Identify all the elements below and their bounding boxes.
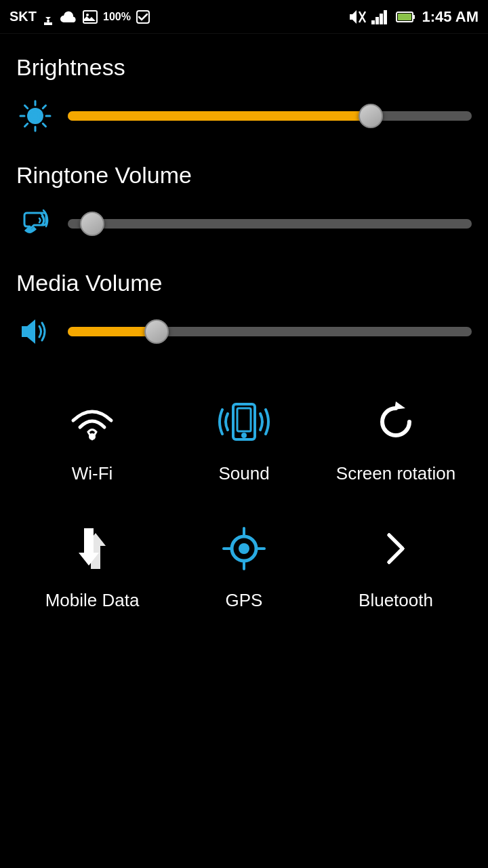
status-bar: SKT 100% 1:45 AM	[0, 0, 488, 34]
image-icon	[83, 10, 98, 24]
svg-rect-6	[371, 20, 375, 24]
main-content: Brightness	[0, 34, 488, 638]
svg-point-23	[33, 113, 38, 119]
media-slider[interactable]	[68, 318, 472, 345]
media-section: Media Volume	[16, 270, 472, 351]
svg-point-2	[86, 14, 89, 16]
qs-wifi[interactable]: Wi-Fi	[31, 391, 153, 484]
ringtone-slider[interactable]	[68, 210, 472, 237]
brightness-slider[interactable]	[68, 102, 472, 130]
bluetooth-label: Bluetooth	[359, 590, 433, 611]
status-time: 1:45 AM	[422, 8, 479, 26]
ringtone-icon	[16, 205, 54, 243]
status-right: 1:45 AM	[347, 8, 479, 26]
svg-point-28	[241, 433, 247, 438]
ringtone-slider-row	[16, 205, 472, 243]
brightness-title: Brightness	[16, 54, 472, 81]
mute-icon	[347, 9, 366, 25]
svg-marker-24	[22, 319, 35, 344]
svg-rect-12	[413, 15, 415, 19]
svg-rect-7	[375, 17, 379, 24]
svg-point-0	[47, 20, 49, 22]
wifi-label: Wi-Fi	[72, 463, 113, 484]
svg-point-25	[89, 433, 96, 440]
qs-screen-rotation[interactable]: Screen rotation	[335, 391, 457, 484]
svg-marker-29	[394, 401, 405, 410]
quick-settings: Wi-Fi	[16, 378, 472, 625]
brightness-slider-row	[16, 97, 472, 135]
signal-icon	[371, 9, 390, 24]
battery-icon	[396, 11, 416, 23]
brightness-icon	[16, 97, 54, 135]
qs-mobile-data[interactable]: Mobile Data	[31, 518, 153, 611]
qs-sound[interactable]: Sound	[183, 391, 305, 484]
svg-rect-1	[83, 11, 97, 23]
qs-bluetooth[interactable]: Bluetooth	[335, 518, 457, 611]
svg-line-21	[25, 123, 28, 126]
gps-icon	[214, 518, 274, 579]
wifi-icon	[62, 391, 123, 452]
mobile-data-icon	[62, 518, 123, 579]
media-icon	[16, 313, 54, 351]
carrier-text: SKT	[9, 9, 37, 24]
bluetooth-icon	[365, 518, 426, 579]
ringtone-section: Ringtone Volume	[16, 162, 472, 243]
gps-label: GPS	[226, 590, 263, 611]
svg-rect-9	[384, 10, 387, 24]
quick-settings-row1: Wi-Fi	[16, 378, 472, 498]
svg-line-19	[43, 123, 45, 126]
svg-line-20	[43, 106, 45, 108]
cloud-icon	[60, 11, 77, 23]
screen-rotation-label: Screen rotation	[336, 463, 455, 484]
sound-label: Sound	[218, 463, 269, 484]
svg-point-33	[239, 543, 249, 554]
media-slider-row	[16, 313, 472, 351]
svg-rect-8	[380, 14, 383, 24]
svg-line-18	[25, 106, 28, 108]
qs-gps[interactable]: GPS	[183, 518, 305, 611]
svg-rect-27	[237, 408, 251, 431]
battery-100-text: 100%	[103, 11, 131, 23]
status-left: SKT 100%	[9, 9, 150, 25]
quick-settings-row2: Mobile Data GPS	[16, 505, 472, 625]
svg-rect-11	[398, 14, 411, 20]
mobile-data-label: Mobile Data	[45, 590, 140, 611]
ringtone-title: Ringtone Volume	[16, 162, 472, 189]
media-title: Media Volume	[16, 270, 472, 296]
sound-icon	[214, 391, 274, 452]
checkmark-icon	[136, 10, 150, 24]
brightness-section: Brightness	[16, 54, 472, 135]
usb-icon	[42, 9, 54, 25]
screen-rotation-icon	[365, 391, 426, 452]
